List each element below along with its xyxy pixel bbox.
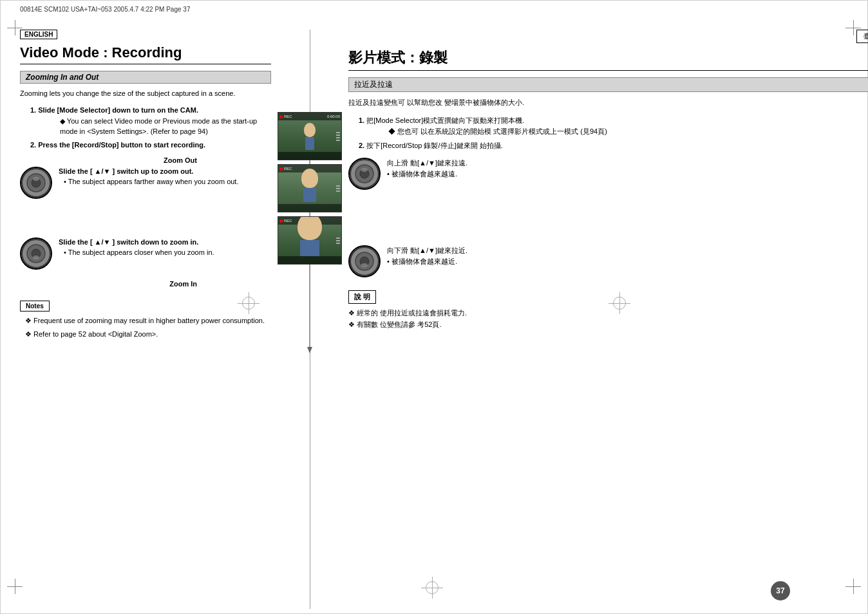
main-content: ENGLISH Video Mode : Recording Zooming I… — [20, 30, 868, 609]
zoom-out-label: Zoom Out — [20, 156, 271, 164]
note-2: Refer to page 52 about <Digital Zoom>. — [25, 329, 271, 340]
zh-switch-down-text: 向下滑 動[▲/▼]鍵來拉近. 被攝物体會越來越近. — [387, 245, 868, 266]
page-number: 37 — [771, 581, 790, 600]
switch-down-icon — [20, 237, 52, 270]
file-header: 00814E SCM102 USA+TAI~053 2005.4.7 4:22 … — [20, 6, 190, 13]
zh-instruction-2: 2. 按下[Record/Stop 錄製/停止]鍵來開 始拍攝. — [359, 140, 868, 152]
section-header-right: 拉近及拉遠 — [348, 77, 868, 92]
page-title-left: Video Mode : Recording — [20, 44, 271, 64]
instructions-left: 1. Slide [Mode Selector] down to turn on… — [20, 105, 271, 150]
notes-section: Notes Frequent use of zooming may result… — [20, 301, 271, 339]
taiwan-badge: 臺 灣 — [856, 30, 868, 43]
zh-note-1: 經常的 使用拉近或拉遠會損耗電力. — [348, 308, 868, 319]
zh-switch-up-text: 向上滑 動[▲/▼]鍵來拉遠. 被攝物体會越來越遠. — [387, 158, 868, 179]
instruction-1-sub: You can select Video mode or Previous mo… — [60, 116, 271, 137]
rec-dot-2 — [279, 167, 283, 171]
section-header-left: Zooming In and Out — [20, 71, 271, 84]
svg-point-16 — [361, 168, 368, 172]
svg-point-20 — [361, 263, 368, 267]
note-1: Frequent use of zooming may result in hi… — [25, 315, 271, 326]
instruction-1: 1. Slide [Mode Selector] down to turn on… — [30, 105, 271, 137]
center-column: REC 0:00:00 — [271, 30, 348, 609]
rec-dot-1 — [279, 115, 283, 118]
notes-label: Notes — [20, 301, 50, 312]
svg-point-3 — [33, 177, 39, 181]
zh-switch-up-icon — [348, 158, 381, 190]
zoom-section: Zoom Out Slide the [ ▲/▼ ] switch up to … — [20, 156, 271, 288]
zh-note-2: 有關數 位變焦請參 考52頁. — [348, 319, 868, 331]
zh-switch-down-item: 向下滑 動[▲/▼]鍵來拉近. 被攝物体會越來越近. — [348, 245, 868, 277]
section-desc-left: Zooming lets you change the size of the … — [20, 89, 271, 98]
instructions-right: 1. 把[Mode Selector]模式置撰鍵向下扳動來打開本機. 您也可 以… — [348, 115, 868, 152]
zh-instruction-1-sub: 您也可 以在系統設定的開始模 式選擇影片模式或上一模式 (見94頁) — [388, 126, 868, 138]
switch-up-text: Slide the [ ▲/▼ ] switch up to zoom out.… — [59, 167, 271, 187]
rec-dot-3 — [279, 219, 283, 223]
zh-instruction-1: 1. 把[Mode Selector]模式置撰鍵向下扳動來打開本機. 您也可 以… — [359, 115, 868, 138]
child-figure-3 — [297, 216, 322, 256]
zh-switch-up-item: 向上滑 動[▲/▼]鍵來拉遠. 被攝物体會越來越遠. — [348, 158, 868, 190]
right-column: 臺 灣 影片模式：錄製 拉近及拉遠 拉近及拉遠變焦可 以幫助您改 變場景中被攝物… — [348, 30, 868, 609]
preview-1: REC 0:00:00 — [278, 112, 342, 160]
left-column: ENGLISH Video Mode : Recording Zooming I… — [20, 30, 271, 609]
switch-down-text: Slide the [ ▲/▼ ] switch down to zoom in… — [59, 237, 271, 257]
notes-content: Frequent use of zooming may result in hi… — [20, 315, 271, 339]
zh-switch-section: 向上滑 動[▲/▼]鍵來拉遠. 被攝物体會越來越遠. — [348, 158, 868, 277]
switch-up-item: Slide the [ ▲/▼ ] switch up to zoom out.… — [20, 167, 271, 199]
svg-point-7 — [33, 256, 39, 259]
preview-1-status: REC 0:00:00 — [278, 113, 341, 120]
zh-notes-content: 經常的 使用拉近或拉遠會損耗電力. 有關數 位變焦請參 考52頁. — [348, 308, 868, 330]
child-figure-2 — [301, 169, 318, 202]
zh-notes-section: 說 明 經常的 使用拉近或拉遠會損耗電力. 有關數 位變焦請參 考52頁. — [348, 290, 868, 330]
language-badge: ENGLISH — [20, 30, 57, 39]
taiwan-badge-wrapper: 臺 灣 — [348, 30, 868, 46]
preview-3: REC — [278, 216, 342, 265]
preview-2: REC — [278, 164, 342, 212]
svg-marker-12 — [307, 347, 312, 353]
switch-up-icon — [20, 167, 52, 199]
preview-3-bottom — [278, 256, 341, 264]
preview-2-bottom — [278, 204, 341, 212]
section-desc-right: 拉近及拉遠變焦可 以幫助您改 變場景中被攝物体的大小. — [348, 97, 868, 109]
preview-images: REC 0:00:00 — [278, 112, 342, 266]
zh-notes-label: 說 明 — [348, 290, 376, 304]
zh-switch-down-icon — [348, 245, 381, 277]
zoom-in-label: Zoom In — [20, 280, 271, 288]
page: 00814E SCM102 USA+TAI~053 2005.4.7 4:22 … — [0, 0, 868, 614]
child-figure-1 — [304, 123, 316, 150]
preview-1-bottom — [278, 152, 341, 160]
switch-down-item: Slide the [ ▲/▼ ] switch down to zoom in… — [20, 237, 271, 270]
instruction-2: 2. Press the [Record/Stop] button to sta… — [30, 140, 271, 151]
page-title-right: 影片模式：錄製 — [348, 48, 868, 71]
spacer — [348, 200, 868, 245]
